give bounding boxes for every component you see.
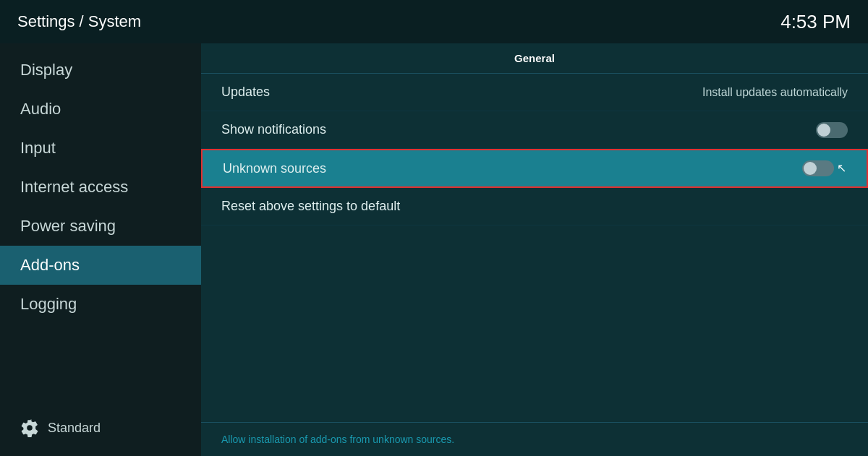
sidebar-item-display[interactable]: Display bbox=[0, 51, 201, 90]
setting-label-updates: Updates bbox=[221, 85, 270, 100]
sidebar-item-add-ons[interactable]: Add-ons bbox=[0, 246, 201, 285]
toggle-show-notifications[interactable] bbox=[816, 122, 848, 138]
setting-label-reset: Reset above settings to default bbox=[221, 199, 400, 214]
sidebar: Display Audio Input Internet access Powe… bbox=[0, 43, 201, 456]
gear-icon bbox=[20, 418, 39, 437]
content-area: General Updates Install updates automati… bbox=[201, 43, 868, 456]
setting-row-show-notifications[interactable]: Show notifications bbox=[201, 111, 868, 149]
clock: 4:53 PM bbox=[780, 11, 851, 33]
sidebar-footer[interactable]: Standard bbox=[0, 407, 201, 449]
sidebar-item-power-saving[interactable]: Power saving bbox=[0, 207, 201, 246]
toggle-unknown-sources[interactable] bbox=[802, 160, 834, 176]
setting-label-unknown-sources: Unknown sources bbox=[223, 161, 326, 176]
mouse-cursor-icon: ↖ bbox=[837, 163, 846, 174]
settings-panel: General Updates Install updates automati… bbox=[201, 43, 868, 422]
header: Settings / System 4:53 PM bbox=[0, 0, 868, 43]
setting-row-updates[interactable]: Updates Install updates automatically bbox=[201, 74, 868, 111]
sidebar-item-internet-access[interactable]: Internet access bbox=[0, 168, 201, 207]
setting-row-reset[interactable]: Reset above settings to default bbox=[201, 188, 868, 225]
content-footer: Allow installation of add-ons from unkno… bbox=[201, 422, 868, 456]
toggle-unknown-sources-wrapper: ↖ bbox=[802, 160, 846, 176]
footer-hint-text: Allow installation of add-ons from unkno… bbox=[221, 434, 454, 445]
page-title: Settings / System bbox=[17, 12, 141, 31]
setting-label-show-notifications: Show notifications bbox=[221, 122, 326, 137]
setting-row-unknown-sources[interactable]: Unknown sources ↖ bbox=[201, 149, 868, 188]
setting-value-updates: Install updates automatically bbox=[702, 86, 848, 99]
sidebar-footer-label: Standard bbox=[48, 421, 101, 436]
sidebar-item-audio[interactable]: Audio bbox=[0, 90, 201, 129]
section-header: General bbox=[201, 43, 868, 74]
sidebar-item-input[interactable]: Input bbox=[0, 129, 201, 168]
sidebar-item-logging[interactable]: Logging bbox=[0, 285, 201, 324]
main-layout: Display Audio Input Internet access Powe… bbox=[0, 43, 868, 456]
